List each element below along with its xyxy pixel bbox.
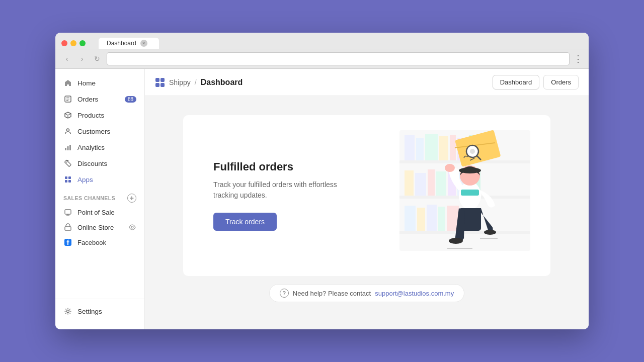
orders-icon <box>63 95 72 104</box>
svg-rect-26 <box>160 83 165 87</box>
track-orders-button[interactable]: Track orders <box>213 213 277 231</box>
sidebar-item-label: Customers <box>77 128 110 135</box>
forward-button[interactable]: › <box>76 53 88 64</box>
svg-rect-13 <box>68 176 71 179</box>
svg-rect-46 <box>405 206 416 231</box>
content-card: Fulfilled orders Track your fulfilled or… <box>183 115 550 276</box>
svg-rect-65 <box>461 190 479 196</box>
svg-rect-15 <box>68 180 71 183</box>
sidebar-item-customers[interactable]: Customers <box>55 123 144 139</box>
orders-badge: 88 <box>125 96 136 103</box>
facebook-label: Facebook <box>77 239 106 246</box>
card-title: Fulfilled orders <box>213 160 354 173</box>
sidebar: Home Orders 88 <box>55 69 145 329</box>
sales-channels-section: SALES CHANNELS + <box>55 188 144 205</box>
illustration <box>369 125 530 266</box>
products-icon <box>63 111 72 120</box>
browser-chrome: Dashboard × <box>55 33 589 49</box>
breadcrumb-separator: / <box>195 78 197 86</box>
sidebar-item-discounts[interactable]: Discounts <box>55 155 144 171</box>
discounts-icon <box>63 159 72 168</box>
help-icon: ? <box>280 289 289 298</box>
sidebar-item-analytics[interactable]: Analytics <box>55 139 144 155</box>
back-button[interactable]: ‹ <box>61 53 72 64</box>
add-channel-button[interactable]: + <box>127 194 136 203</box>
sidebar-item-online-store[interactable]: Online Store <box>55 220 144 235</box>
sidebar-item-facebook[interactable]: Facebook <box>55 235 144 250</box>
breadcrumb-app-name[interactable]: Shippy <box>169 78 191 86</box>
svg-rect-9 <box>67 146 69 150</box>
sidebar-item-label: Apps <box>77 176 93 184</box>
svg-line-5 <box>68 114 71 115</box>
svg-rect-14 <box>65 180 67 183</box>
svg-rect-23 <box>155 78 159 82</box>
sidebar-item-apps[interactable]: Apps <box>55 171 144 188</box>
svg-rect-19 <box>65 227 71 230</box>
sidebar-item-orders[interactable]: Orders 88 <box>55 91 144 107</box>
tab-label: Dashboard <box>107 40 136 47</box>
browser-titlebar: Dashboard × <box>61 38 583 49</box>
customers-icon <box>63 127 72 136</box>
facebook-icon <box>63 238 72 247</box>
browser-tabs: Dashboard × <box>99 38 159 49</box>
online-store-label: Online Store <box>77 224 114 231</box>
sidebar-item-label: Discounts <box>77 160 107 167</box>
browser-toolbar: ‹ › ↻ ⋮ <box>55 49 589 69</box>
sidebar-item-home[interactable]: Home <box>55 75 144 91</box>
apps-icon <box>63 175 72 184</box>
refresh-button[interactable]: ↻ <box>92 53 103 64</box>
sidebar-item-label: Home <box>77 79 96 87</box>
sidebar-bottom: Settings <box>55 299 144 323</box>
dashboard-button[interactable]: Dashboard <box>493 75 540 89</box>
home-icon <box>63 78 72 87</box>
card-description: Track your fulfilled orders with effortl… <box>213 179 354 201</box>
svg-rect-10 <box>69 145 71 150</box>
browser-tab[interactable]: Dashboard × <box>99 38 159 49</box>
svg-rect-39 <box>405 170 414 196</box>
pos-label: Point of Sale <box>77 209 115 216</box>
breadcrumb-current-page: Dashboard <box>201 78 243 87</box>
traffic-light-close[interactable] <box>61 40 67 46</box>
svg-point-7 <box>67 129 69 131</box>
header-actions: Dashboard Orders <box>493 75 579 89</box>
svg-rect-25 <box>155 83 159 87</box>
traffic-light-minimize[interactable] <box>70 40 76 46</box>
main-body: Fulfilled orders Track your fulfilled or… <box>145 96 589 329</box>
url-bar[interactable] <box>107 52 570 65</box>
app-icon <box>155 77 165 87</box>
orders-button[interactable]: Orders <box>543 75 579 89</box>
sidebar-item-products[interactable]: Products <box>55 107 144 123</box>
svg-point-60 <box>459 167 481 173</box>
store-visibility-icon[interactable] <box>128 223 136 231</box>
main-content: Shippy / Dashboard Dashboard Orders Fulf… <box>145 69 589 329</box>
svg-point-20 <box>131 226 133 228</box>
svg-point-11 <box>66 162 67 163</box>
svg-rect-24 <box>160 78 165 82</box>
svg-rect-16 <box>65 210 71 214</box>
help-text: Need help? Please contact <box>293 290 371 297</box>
svg-rect-8 <box>65 148 66 150</box>
card-text-section: Fulfilled orders Track your fulfilled or… <box>213 160 354 231</box>
settings-label: Settings <box>77 308 102 315</box>
sidebar-item-label: Analytics <box>77 144 105 151</box>
pos-icon <box>63 208 72 217</box>
analytics-icon <box>63 143 72 152</box>
help-email-link[interactable]: support@lastudios.com.my <box>375 290 454 297</box>
store-icon <box>63 223 72 232</box>
svg-point-63 <box>449 238 463 244</box>
help-box: ? Need help? Please contact support@last… <box>269 284 464 302</box>
sidebar-item-pos[interactable]: Point of Sale <box>55 205 144 220</box>
sidebar-item-label: Products <box>77 112 104 119</box>
svg-point-64 <box>484 230 496 235</box>
sidebar-item-settings[interactable]: Settings <box>55 303 144 319</box>
svg-rect-12 <box>65 176 67 179</box>
browser-window: Dashboard × ‹ › ↻ ⋮ Home <box>55 33 589 329</box>
main-header: Shippy / Dashboard Dashboard Orders <box>145 69 589 96</box>
settings-icon <box>63 307 72 316</box>
help-bar: ? Need help? Please contact support@last… <box>261 276 472 310</box>
more-options-icon[interactable]: ⋮ <box>574 53 583 64</box>
sidebar-item-label: Orders <box>77 96 98 103</box>
svg-rect-31 <box>405 135 415 160</box>
traffic-light-maximize[interactable] <box>79 40 86 46</box>
tab-close-btn[interactable]: × <box>140 40 147 47</box>
